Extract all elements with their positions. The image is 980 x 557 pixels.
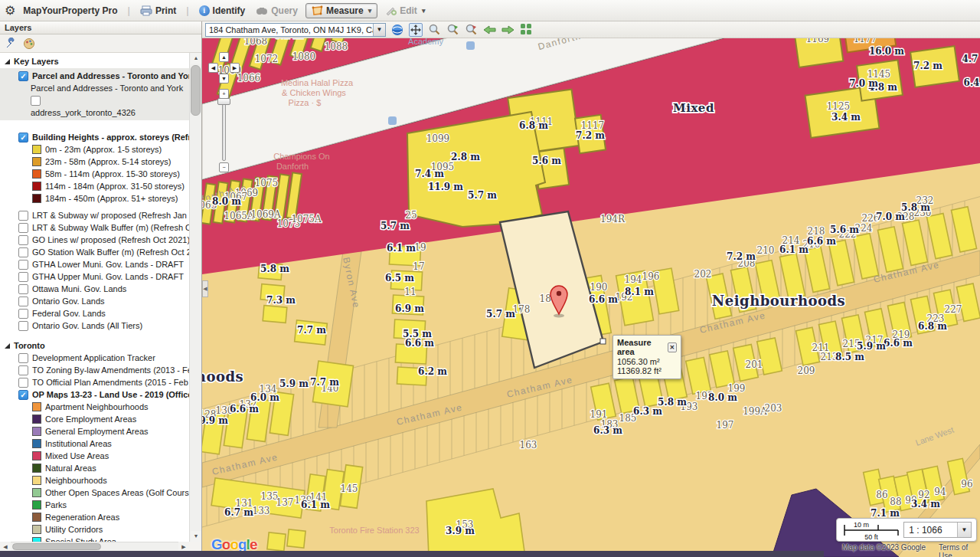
layer-checkbox[interactable] bbox=[18, 211, 28, 221]
layer-checkbox[interactable] bbox=[18, 284, 28, 294]
layer-item[interactable]: LRT & Subway Walk Buffer (m) (Refresh Oc… bbox=[0, 221, 189, 234]
zoom-tool-icon[interactable] bbox=[427, 23, 441, 37]
layer-checkbox[interactable] bbox=[18, 223, 28, 233]
layer-item[interactable]: ✓Parcel and Addresses - Toronto and York… bbox=[0, 70, 189, 82]
legend-swatch bbox=[32, 439, 41, 448]
layer-checkbox[interactable] bbox=[18, 247, 28, 257]
measure-button[interactable]: Measure▾ bbox=[305, 3, 377, 18]
chevron-down-icon[interactable]: ▼ bbox=[957, 523, 971, 537]
scale-bar: 10 m 50 ft bbox=[841, 519, 899, 541]
layer-item[interactable]: Development Application Tracker bbox=[0, 352, 189, 364]
zoom-slider-handle[interactable] bbox=[217, 98, 230, 105]
layer-item[interactable]: LRT & Subway w/ proposed (Refresh Jan 20… bbox=[0, 209, 189, 221]
address-select[interactable]: 184 Chatham Ave, Toronto, ON M4J 1K9, Ca… bbox=[205, 23, 386, 37]
map-toolbar: 184 Chatham Ave, Toronto, ON M4J 1K9, Ca… bbox=[202, 21, 980, 38]
map-canvas[interactable]: Medina Halal Pizza& Chicken WingsPizza ·… bbox=[202, 21, 980, 557]
zoom-out-tool-icon[interactable] bbox=[464, 23, 478, 37]
layer-checkbox[interactable] bbox=[31, 96, 41, 106]
zoom-slider-track[interactable] bbox=[222, 101, 226, 161]
parcel-number-label: 163 bbox=[520, 440, 537, 451]
pan-down-button[interactable]: ▼ bbox=[219, 74, 229, 84]
building-height-label: 5.9 m bbox=[857, 341, 886, 352]
building-height-label: 7.2 m bbox=[913, 61, 942, 71]
google-logo-letter: G bbox=[211, 536, 222, 552]
panel-vertical-scrollbar[interactable]: ▲ ▼ bbox=[189, 53, 201, 542]
hscroll-thumb[interactable] bbox=[12, 543, 101, 550]
vscroll-thumb[interactable] bbox=[191, 65, 201, 116]
layer-checkbox[interactable] bbox=[18, 353, 28, 363]
wrench-icon[interactable] bbox=[5, 38, 17, 50]
tree-section-header[interactable]: Toronto bbox=[0, 339, 189, 352]
layer-item[interactable]: TO Official Plan Amendments (2015 - Feb … bbox=[0, 376, 189, 388]
layer-checkbox[interactable] bbox=[18, 235, 28, 245]
palette-icon[interactable] bbox=[23, 38, 35, 50]
building-height-label: 7.7 m bbox=[297, 325, 326, 336]
google-earth-icon[interactable] bbox=[390, 23, 404, 37]
layer-checkbox[interactable] bbox=[18, 321, 28, 331]
building-height-label: 3.4 m bbox=[911, 499, 940, 509]
building-height-label: 5.7 m bbox=[381, 221, 410, 231]
layer-item[interactable]: Ontario Gov. Lands (All Tiers) bbox=[0, 319, 189, 332]
pan-up-button[interactable]: ▲ bbox=[219, 52, 229, 62]
pan-tool-icon[interactable] bbox=[409, 23, 423, 37]
layer-item[interactable]: ✓Building Heights - approx. storeys (Ref… bbox=[0, 131, 189, 143]
scale-ratio-select[interactable]: 1 : 1066 ▼ bbox=[903, 522, 972, 538]
layer-checkbox[interactable] bbox=[18, 272, 28, 282]
layer-checkbox[interactable] bbox=[18, 297, 28, 306]
scroll-up-icon[interactable]: ▲ bbox=[191, 53, 201, 64]
pan-left-button[interactable]: ◀ bbox=[208, 63, 218, 73]
previous-extent-icon[interactable] bbox=[482, 23, 496, 37]
layer-sublabel: address_york_toronto_4326 bbox=[0, 106, 189, 119]
layer-checkbox[interactable]: ✓ bbox=[18, 133, 28, 143]
layer-item[interactable]: GTHA Lower Muni. Gov. Lands - DRAFT bbox=[0, 258, 189, 270]
building-height-label: 9.9 m bbox=[202, 415, 228, 426]
identify-button[interactable]: i Identify bbox=[196, 4, 249, 18]
zoom-in-tool-icon[interactable] bbox=[446, 23, 459, 37]
edit-button[interactable]: Edit▾ bbox=[382, 4, 428, 18]
legend-item: Parks bbox=[0, 499, 189, 511]
building-height-label: 6.8 m bbox=[519, 120, 548, 131]
legend-item: Institutional Areas bbox=[0, 437, 189, 450]
layer-item[interactable]: GTHA Upper Muni. Gov. Lands - DRAFT bbox=[0, 270, 189, 283]
pan-right-button[interactable]: ▶ bbox=[230, 63, 240, 73]
layer-checkbox[interactable] bbox=[18, 309, 28, 319]
parcel-number-label: 86 bbox=[876, 490, 887, 500]
panel-collapse-arrow[interactable]: ◀ bbox=[202, 280, 208, 297]
zoom-out-button[interactable]: − bbox=[219, 162, 229, 172]
next-extent-icon[interactable] bbox=[501, 23, 514, 37]
parcel-number-label: 194 bbox=[625, 274, 642, 285]
terms-of-use-link[interactable]: Terms of Use bbox=[939, 543, 980, 557]
svg-text:50 ft: 50 ft bbox=[864, 533, 878, 541]
layer-item[interactable]: Federal Gov. Lands bbox=[0, 307, 189, 319]
layer-item[interactable]: ✓OP Maps 13-23 - Land Use - 2019 (Office… bbox=[0, 388, 189, 401]
layer-item[interactable]: GO Lines w/ proposed (Refresh Oct 2021) bbox=[0, 234, 189, 246]
layer-checkbox[interactable] bbox=[18, 260, 28, 270]
layer-item[interactable]: Ontario Gov. Lands bbox=[0, 295, 189, 307]
parcel-number-label: 145 bbox=[341, 483, 358, 494]
layer-item[interactable]: GO Station Walk Buffer (m) (Refresh Oct … bbox=[0, 246, 189, 258]
building-height-label: 6.0 m bbox=[250, 392, 279, 403]
chevron-down-icon[interactable]: ▼ bbox=[373, 24, 385, 36]
full-extent-icon[interactable] bbox=[519, 23, 533, 37]
measure-vertex-handle[interactable] bbox=[600, 339, 606, 344]
parcel-number-label: 210 bbox=[757, 245, 775, 256]
query-button[interactable]: Query bbox=[253, 4, 301, 18]
tree-section-header[interactable]: Key Layers bbox=[0, 55, 189, 67]
panel-horizontal-scrollbar[interactable]: ◀ ▶ bbox=[0, 542, 189, 551]
layer-checkbox[interactable]: ✓ bbox=[18, 71, 28, 81]
building-height-label: 8.0 m bbox=[212, 196, 241, 207]
parcel-number-label: 1117 bbox=[581, 120, 605, 131]
print-button[interactable]: Print bbox=[137, 4, 179, 18]
sublayer-checkbox-row[interactable] bbox=[0, 94, 189, 106]
layer-checkbox[interactable] bbox=[18, 365, 28, 375]
building-height-label: 5.6 m bbox=[532, 156, 561, 166]
layer-item[interactable]: TO Zoning By-law Amendments (2013 - Feb … bbox=[0, 364, 189, 376]
layer-item[interactable]: Ottawa Muni. Gov. Lands bbox=[0, 283, 189, 295]
building-height-label: 6.7 m bbox=[224, 507, 253, 518]
scroll-down-icon[interactable]: ▼ bbox=[191, 531, 201, 542]
building-height-label: 7.4 m bbox=[415, 169, 444, 179]
layer-checkbox[interactable] bbox=[18, 378, 28, 388]
building-height-label: 7.2 m bbox=[727, 251, 756, 262]
layer-checkbox[interactable]: ✓ bbox=[18, 390, 28, 400]
close-icon[interactable]: ✕ bbox=[668, 342, 677, 352]
